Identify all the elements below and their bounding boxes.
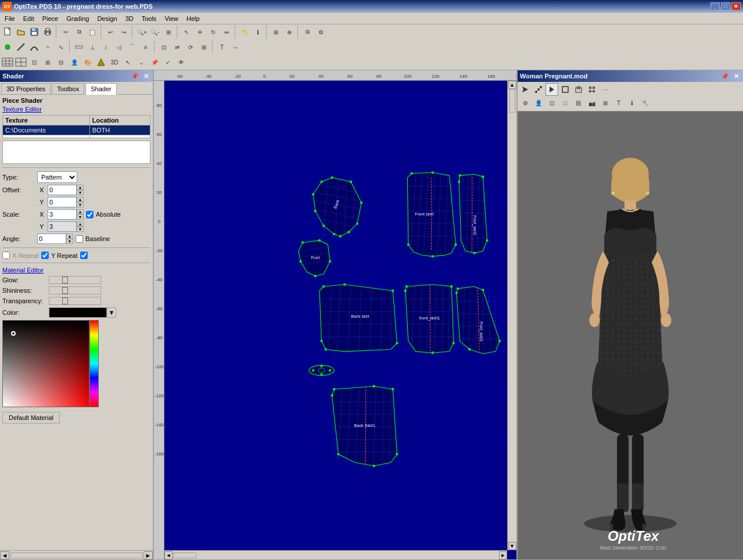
tb-zoom-out[interactable]: 🔍- bbox=[149, 26, 161, 38]
tb2-grain[interactable]: ↕ bbox=[99, 41, 112, 53]
rt-info[interactable]: ℹ bbox=[626, 96, 638, 109]
piece-back-skirt1[interactable]: Back Skirt1 bbox=[331, 385, 398, 467]
transparency-slider[interactable] bbox=[49, 297, 101, 305]
menu-3d[interactable]: 3D bbox=[122, 15, 137, 23]
scale-x-input[interactable] bbox=[48, 209, 77, 220]
type-select[interactable]: Pattern Solid Gradient bbox=[37, 171, 77, 183]
tb3-table3[interactable]: ⊡ bbox=[28, 56, 41, 69]
texture-editor-link[interactable]: Texture Editor bbox=[2, 106, 150, 113]
tb3-palette[interactable]: 🎨 bbox=[81, 56, 94, 69]
tab-shader[interactable]: Shader bbox=[85, 83, 116, 95]
tb-grid[interactable]: ⊞ bbox=[270, 26, 282, 38]
canvas-scroll-left[interactable]: ◄ bbox=[164, 551, 173, 559]
color-dropdown[interactable]: ▼ bbox=[107, 307, 116, 318]
tb-save[interactable] bbox=[28, 26, 41, 38]
scroll-left-btn[interactable]: ◄ bbox=[0, 551, 9, 559]
scale-y-down[interactable]: ▼ bbox=[77, 227, 84, 232]
tb2-notch[interactable]: ⊥ bbox=[86, 41, 99, 53]
close-btn[interactable]: ✕ bbox=[731, 2, 741, 10]
piece-front-skirt[interactable]: Front skirt bbox=[407, 171, 457, 258]
tb-copy[interactable]: ⧉ bbox=[73, 26, 85, 38]
tb3-cut2[interactable]: ⌄ bbox=[135, 56, 148, 69]
canvas-scrollbar-v[interactable]: ▲ ▼ bbox=[507, 81, 516, 550]
tb-paste[interactable]: 📋 bbox=[86, 26, 99, 38]
shininess-thumb[interactable] bbox=[62, 287, 68, 294]
menu-edit[interactable]: Edit bbox=[20, 15, 38, 23]
tb-open[interactable] bbox=[15, 26, 27, 38]
color-gradient[interactable] bbox=[2, 320, 89, 407]
rt-settings[interactable]: ⚙ bbox=[519, 96, 532, 109]
tb-print[interactable] bbox=[41, 26, 54, 38]
offset-x-up[interactable]: ▲ bbox=[77, 185, 84, 190]
offset-x-input[interactable] bbox=[48, 185, 77, 195]
center-canvas[interactable]: -60 -40 -20 0 20 40 60 80 100 120 140 16… bbox=[154, 70, 516, 559]
canvas-scroll-thumb-v[interactable] bbox=[509, 89, 515, 113]
menu-help[interactable]: Help bbox=[183, 15, 203, 23]
tb-select[interactable]: ↖ bbox=[180, 26, 193, 38]
tb-layers[interactable]: ⧉ bbox=[301, 26, 314, 38]
canvas-scroll-thumb-h[interactable] bbox=[173, 552, 196, 558]
piece-front-skirt2[interactable]: Front_skirt2 bbox=[458, 174, 489, 254]
scale-x-spin[interactable]: ▲ ▼ bbox=[77, 209, 84, 220]
table-row-2[interactable] bbox=[3, 135, 150, 138]
material-editor-link[interactable]: Material Editor bbox=[2, 267, 150, 274]
rt-human[interactable]: 👤 bbox=[532, 96, 545, 109]
maximize-btn[interactable]: □ bbox=[721, 2, 730, 10]
title-bar-buttons[interactable]: _ □ ✕ bbox=[710, 2, 741, 10]
rt-expand[interactable]: ⊞ bbox=[599, 96, 612, 109]
right-canvas[interactable]: OptiTex Next Generation 3D/2D CAD bbox=[518, 112, 743, 559]
canvas-scroll-down[interactable]: ▼ bbox=[508, 542, 516, 550]
offset-y-input[interactable] bbox=[48, 197, 77, 207]
yrepeat-checkbox[interactable] bbox=[41, 252, 49, 259]
tb-redo[interactable]: ↪ bbox=[117, 26, 130, 38]
tb2-dimension[interactable]: ↔ bbox=[229, 41, 242, 53]
tb3-show[interactable]: 👁 bbox=[175, 56, 188, 69]
tb-properties[interactable]: ⚙ bbox=[314, 26, 327, 38]
tb3-pin[interactable]: 📌 bbox=[148, 56, 161, 69]
right-panel-pin[interactable]: 📌 bbox=[719, 73, 731, 80]
canvas-scroll-right[interactable]: ► bbox=[499, 551, 507, 559]
canvas-scrollbar-h[interactable]: ◄ ► bbox=[164, 550, 507, 559]
rt-play[interactable] bbox=[545, 83, 558, 96]
tb3-table[interactable] bbox=[1, 56, 14, 69]
scale-y-input[interactable] bbox=[48, 221, 77, 232]
piece-back-skirt[interactable]: Back skirt bbox=[320, 283, 399, 352]
tb-snap[interactable]: ⊕ bbox=[283, 26, 296, 38]
tb3-render[interactable] bbox=[95, 56, 107, 69]
tb3-table2[interactable] bbox=[15, 56, 27, 69]
rt-text[interactable]: T bbox=[612, 96, 625, 109]
tb2-ease[interactable]: ⌒ bbox=[126, 41, 139, 53]
tb3-table5[interactable]: ⊟ bbox=[55, 56, 67, 69]
offset-y-up[interactable]: ▲ bbox=[77, 197, 84, 202]
color-swatch[interactable] bbox=[49, 307, 107, 318]
right-panel-close[interactable]: ✕ bbox=[732, 73, 741, 80]
tb-rotate[interactable]: ↻ bbox=[207, 26, 220, 38]
tb2-point[interactable] bbox=[1, 41, 14, 53]
menu-tools[interactable]: Tools bbox=[138, 15, 160, 23]
tb2-flip[interactable]: ⇌ bbox=[171, 41, 184, 53]
tb2-curve[interactable] bbox=[28, 41, 41, 53]
scale-y-up[interactable]: ▲ bbox=[77, 221, 84, 227]
tb-measure[interactable]: 📏 bbox=[238, 26, 251, 38]
rt-points[interactable] bbox=[532, 83, 545, 96]
rt-box3[interactable]: □ bbox=[559, 96, 572, 109]
menu-grading[interactable]: Grading bbox=[63, 15, 92, 23]
color-dot[interactable] bbox=[11, 331, 16, 336]
menu-view[interactable]: View bbox=[161, 15, 182, 23]
tb2-pleats[interactable]: ≡ bbox=[139, 41, 152, 53]
tb-undo[interactable]: ↩ bbox=[104, 26, 117, 38]
rt-grid[interactable] bbox=[586, 83, 598, 96]
default-material-btn[interactable]: Default Material bbox=[2, 412, 60, 423]
rt-layer[interactable]: ⊡ bbox=[545, 96, 558, 109]
tb-fit[interactable]: ⊞ bbox=[162, 26, 175, 38]
piece-front-skirt1[interactable]: front_skirt1 bbox=[404, 285, 455, 354]
scale-x-up[interactable]: ▲ bbox=[77, 209, 84, 214]
scale-x-down[interactable]: ▼ bbox=[77, 214, 84, 220]
tb2-dart[interactable]: ◁ bbox=[113, 41, 125, 53]
yrepeat-extra-checkbox[interactable] bbox=[80, 252, 88, 259]
tb2-text[interactable]: T bbox=[216, 41, 228, 53]
tb3-user[interactable]: 👤 bbox=[68, 56, 81, 69]
angle-input[interactable] bbox=[37, 234, 66, 244]
rt-box2[interactable] bbox=[572, 83, 585, 96]
tb3-cursor[interactable]: ↖ bbox=[121, 56, 134, 69]
